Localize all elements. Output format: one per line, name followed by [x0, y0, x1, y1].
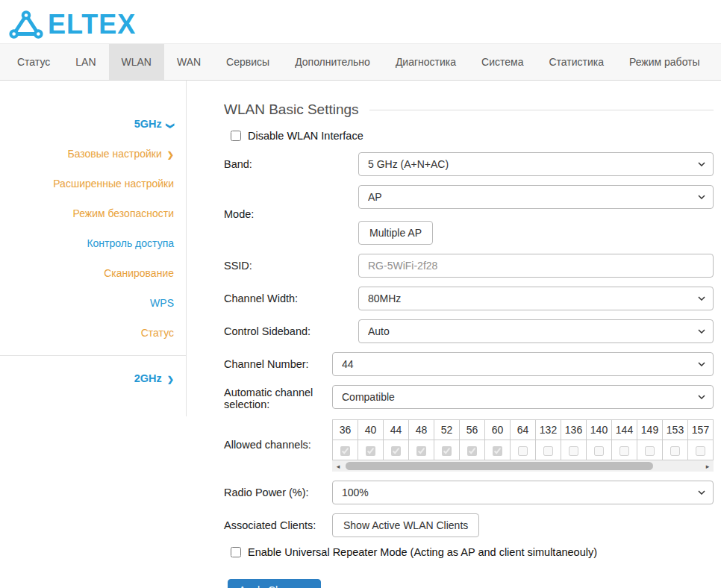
tab-Система[interactable]: Система	[469, 44, 536, 80]
multiple-ap-button[interactable]: Multiple AP	[358, 221, 433, 245]
channel-checkbox-cell	[409, 440, 434, 460]
top-nav: СтатусLANWLANWANСервисыДополнительноДиаг…	[0, 43, 721, 81]
ssid-row: SSID:	[224, 254, 714, 278]
radio-power-select[interactable]: 100%	[332, 481, 714, 504]
channel-number-select[interactable]: 44	[332, 352, 714, 376]
associated-clients-row: Associated Clients: Show Active WLAN Cli…	[224, 513, 714, 537]
channel-checkbox-cell	[637, 440, 663, 460]
scroll-left-arrow-icon[interactable]: ◂	[332, 460, 344, 472]
scrollbar-thumb[interactable]	[346, 462, 653, 470]
tab-LAN[interactable]: LAN	[63, 44, 108, 80]
channel-checkbox-cell	[511, 440, 536, 460]
channel-checkbox-cell	[460, 440, 485, 460]
tab-Режим работы[interactable]: Режим работы	[617, 44, 713, 80]
repeater-row: Enable Universal Repeater Mode (Acting a…	[224, 546, 714, 558]
radio-power-row: Radio Power (%): 100%	[224, 481, 714, 504]
channel-checkbox-cell	[434, 440, 460, 460]
sidebar-item-wps[interactable]: WPS	[0, 288, 186, 318]
sidebar: 5GHz❯Базовые настройки❯Расширенные настр…	[0, 81, 187, 416]
channel-checkbox-144	[619, 446, 629, 456]
tab-WLAN[interactable]: WLAN	[109, 44, 164, 80]
repeater-label: Enable Universal Repeater Mode (Acting a…	[248, 546, 597, 558]
sidebar-item-label: WPS	[150, 297, 174, 309]
channel-checkbox-40	[366, 446, 375, 456]
channel-number-row-wrap: Channel Number: 44	[224, 352, 714, 376]
main-content: WLAN Basic Settings Disable WLAN Interfa…	[187, 81, 721, 588]
channel-checkbox-36	[340, 446, 350, 456]
channel-cell-132: 132	[536, 420, 561, 440]
scrollbar-track[interactable]	[344, 460, 702, 472]
sidebar-item-label: Контроль доступа	[87, 237, 174, 249]
title-divider	[369, 110, 714, 110]
radio-power-label: Radio Power (%):	[224, 481, 332, 504]
control-sideband-label: Control Sideband:	[224, 319, 358, 343]
sidebar-item-label: Сканирование	[104, 267, 174, 279]
mode-select[interactable]: AP	[358, 185, 714, 209]
sidebar-item-статус[interactable]: Статус	[0, 318, 186, 348]
sidebar-item-расширенные-настройки[interactable]: Расширенные настройки	[0, 169, 186, 198]
control-sideband-row: Control Sideband: Auto	[224, 319, 714, 343]
channel-cell-153: 153	[663, 420, 688, 440]
tab-Дополнительно[interactable]: Дополнительно	[282, 44, 383, 80]
tab-WAN[interactable]: WAN	[164, 44, 213, 80]
allowed-channels-table: 3640444852566064132136140144149153157	[332, 419, 714, 460]
sidebar-item-контроль-доступа[interactable]: Контроль доступа	[0, 228, 186, 258]
sidebar-item-сканирование[interactable]: Сканирование	[0, 258, 186, 288]
eltex-logo-icon	[7, 8, 45, 41]
sidebar-item-label: Расширенные настройки	[53, 178, 174, 190]
band-select[interactable]: 5 GHz (A+N+AC)	[358, 152, 714, 176]
channel-checkbox-cell	[536, 440, 561, 460]
channel-checkbox-cell	[688, 440, 714, 460]
show-active-wlan-clients-button[interactable]: Show Active WLAN Clients	[332, 513, 479, 537]
control-sideband-select[interactable]: Auto	[358, 319, 714, 343]
channel-width-select[interactable]: 80MHz	[358, 287, 714, 310]
apply-changes-button[interactable]: Apply Changes	[228, 579, 321, 588]
sidebar-divider	[0, 355, 186, 356]
channel-checkbox-44	[391, 446, 401, 456]
tab-Диагностика[interactable]: Диагностика	[383, 44, 469, 80]
channel-width-row: Channel Width: 80MHz	[224, 287, 714, 310]
sidebar-item-режим-безопасности[interactable]: Режим безопасности	[0, 198, 186, 228]
sidebar-item-5ghz[interactable]: 5GHz❯	[0, 109, 186, 139]
sidebar-item-label: Статус	[141, 327, 174, 339]
sidebar-item-2ghz[interactable]: 2GHz❯	[0, 363, 186, 393]
channel-cell-60: 60	[485, 420, 511, 440]
channel-cell-136: 136	[561, 420, 587, 440]
channel-checkbox-cell	[587, 440, 612, 460]
channel-checkbox-cell	[384, 440, 409, 460]
disable-wlan-checkbox[interactable]	[231, 131, 241, 141]
tab-Сервисы[interactable]: Сервисы	[213, 44, 282, 80]
channel-checkbox-cell	[561, 440, 587, 460]
channel-cell-144: 144	[612, 420, 637, 440]
associated-clients-label: Associated Clients:	[224, 513, 332, 537]
channel-number-label: Channel Number:	[224, 352, 332, 376]
channel-checkbox-row	[333, 440, 714, 460]
auto-channel-select[interactable]: Compatible	[332, 385, 714, 409]
channel-checkbox-132	[543, 446, 553, 456]
channel-cell-36: 36	[333, 420, 358, 440]
channel-checkbox-cell	[485, 440, 511, 460]
channel-cell-44: 44	[384, 420, 409, 440]
channel-checkbox-157	[696, 446, 705, 456]
ssid-input[interactable]	[358, 254, 714, 278]
channel-checkbox-cell	[612, 440, 637, 460]
channel-cell-56: 56	[460, 420, 485, 440]
repeater-checkbox[interactable]	[231, 547, 241, 557]
channel-checkbox-60	[493, 446, 502, 456]
logo-text: ELTEX	[48, 11, 136, 38]
channel-number-row: 3640444852566064132136140144149153157	[333, 420, 714, 440]
sidebar-item-базовые-настройки[interactable]: Базовые настройки❯	[0, 139, 186, 169]
allowed-channels-row: Allowed channels: 3640444852566064132136…	[224, 419, 714, 472]
sidebar-item-label: 2GHz	[134, 372, 162, 384]
channel-checkbox-cell	[358, 440, 384, 460]
tab-Статус[interactable]: Статус	[4, 44, 63, 80]
channel-cell-64: 64	[511, 420, 536, 440]
channel-checkbox-52	[442, 446, 452, 456]
channels-scrollbar[interactable]: ◂ ▸	[332, 460, 714, 472]
page-title: WLAN Basic Settings	[224, 101, 359, 118]
channel-cell-48: 48	[409, 420, 434, 440]
scroll-right-arrow-icon[interactable]: ▸	[702, 460, 714, 472]
channel-cell-140: 140	[587, 420, 612, 440]
channel-cell-52: 52	[434, 420, 460, 440]
tab-Статистика[interactable]: Статистика	[536, 44, 617, 80]
